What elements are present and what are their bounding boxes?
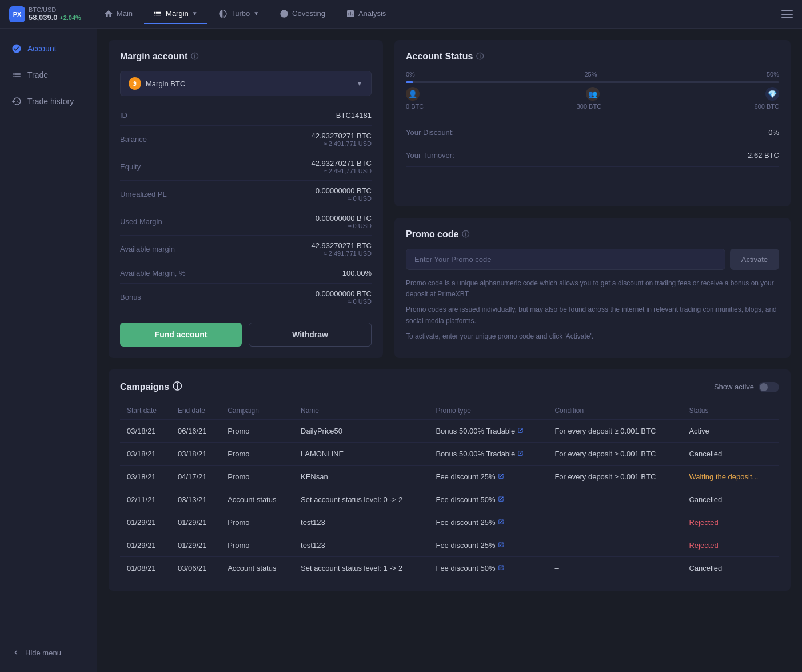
cell-name: test123 xyxy=(294,534,429,557)
margin-chevron-icon: ▼ xyxy=(192,10,198,17)
cell-campaign: Account status xyxy=(221,557,294,580)
cell-name: Set account status level: 1 -> 2 xyxy=(294,557,429,580)
progress-amount-0: 0 BTC xyxy=(406,103,424,110)
discount-row: Your Discount: 0% xyxy=(406,121,779,144)
logo[interactable]: PX BTC/USD 58,039.0 +2.04% xyxy=(9,6,81,22)
progress-icon-level2: 💎 xyxy=(765,87,779,101)
nav-turbo[interactable]: Turbo ▼ xyxy=(209,5,268,24)
account-status-title: Account Status xyxy=(406,51,473,62)
account-status-card: Account Status ⓘ 0% 25% 50% xyxy=(394,40,791,206)
main-content: Margin account ⓘ ₿ Margin BTC ▼ ID BTC14… xyxy=(97,29,802,672)
sidebar-item-trade[interactable]: Trade xyxy=(0,62,97,88)
cell-promo-type: Fee discount 25% xyxy=(429,466,548,488)
field-used-margin: Used Margin 0.00000000 BTC ≈ 0 USD xyxy=(120,208,372,236)
cell-campaign: Promo xyxy=(221,443,294,466)
account-status-info-icon[interactable]: ⓘ xyxy=(476,51,484,62)
margin-account-info-icon[interactable]: ⓘ xyxy=(191,51,198,62)
table-header-row: Start date End date Campaign Name Promo … xyxy=(120,402,779,420)
show-active-toggle-switch[interactable] xyxy=(759,382,779,392)
campaigns-header: Campaigns ⓘ Show active xyxy=(120,381,779,393)
cell-end: 03/13/21 xyxy=(171,488,221,511)
progress-amount-300: 300 BTC xyxy=(577,103,601,110)
logo-icon: PX xyxy=(9,6,25,22)
cell-start: 01/29/21 xyxy=(120,534,171,557)
cell-campaign: Promo xyxy=(221,466,294,488)
campaigns-table: Start date End date Campaign Name Promo … xyxy=(120,402,779,579)
table-row: 03/18/21 04/17/21 Promo KENsan Fee disco… xyxy=(120,466,779,488)
col-condition: Condition xyxy=(548,402,682,420)
hamburger-icon[interactable] xyxy=(781,10,793,18)
table-row: 02/11/21 03/13/21 Account status Set acc… xyxy=(120,488,779,511)
col-status: Status xyxy=(682,402,779,420)
cell-end: 03/18/21 xyxy=(171,443,221,466)
cell-name: Set account status level: 0 -> 2 xyxy=(294,488,429,511)
progress-label-50pct: 50% xyxy=(767,71,779,78)
level0-icon: 👤 xyxy=(406,87,420,101)
btc-price: 58,039.0 +2.04% xyxy=(29,13,81,22)
col-campaign: Campaign xyxy=(221,402,294,420)
campaigns-section: Campaigns ⓘ Show active Start date End d… xyxy=(109,369,791,591)
table-row: 01/29/21 01/29/21 Promo test123 Fee disc… xyxy=(120,534,779,557)
field-available-margin-pct: Available Margin, % 100.00% xyxy=(120,263,372,284)
table-row: 03/18/21 06/16/21 Promo DailyPrice50 Bon… xyxy=(120,420,779,443)
nav-covesting[interactable]: Covesting xyxy=(270,5,334,24)
progress-icon-level1: 👥 xyxy=(586,87,600,101)
promo-code-input[interactable] xyxy=(406,249,725,270)
cell-campaign: Promo xyxy=(221,511,294,534)
btc-info: BTC/USD 58,039.0 +2.04% xyxy=(29,6,81,22)
progress-icon-level0: 👤 xyxy=(406,87,420,101)
cell-start: 01/08/21 xyxy=(120,557,171,580)
cell-end: 06/16/21 xyxy=(171,420,221,443)
col-start-date: Start date xyxy=(120,402,171,420)
account-selector-label: Margin BTC xyxy=(146,79,185,88)
cell-start: 03/18/21 xyxy=(120,420,171,443)
sidebar-item-trade-history[interactable]: Trade history xyxy=(0,88,97,114)
cell-campaign: Account status xyxy=(221,488,294,511)
nav-right xyxy=(781,10,793,18)
show-active-toggle[interactable]: Show active xyxy=(714,382,779,392)
margin-account-card: Margin account ⓘ ₿ Margin BTC ▼ ID BTC14… xyxy=(109,40,383,358)
field-unrealized: Unrealized PL 0.00000000 BTC ≈ 0 USD xyxy=(120,181,372,208)
cell-campaign: Promo xyxy=(221,534,294,557)
cell-name: KENsan xyxy=(294,466,429,488)
progress-fill xyxy=(406,81,413,83)
fund-account-button[interactable]: Fund account xyxy=(120,323,242,347)
campaigns-title: Campaigns ⓘ xyxy=(120,381,182,393)
cell-condition: – xyxy=(548,488,682,511)
sidebar-item-trade-history-label: Trade history xyxy=(27,97,74,106)
table-row: 01/29/21 01/29/21 Promo test123 Fee disc… xyxy=(120,511,779,534)
table-row: 01/08/21 03/06/21 Account status Set acc… xyxy=(120,557,779,580)
withdraw-button[interactable]: Withdraw xyxy=(249,323,372,347)
col-end-date: End date xyxy=(171,402,221,420)
cell-end: 01/29/21 xyxy=(171,511,221,534)
svg-point-0 xyxy=(280,10,288,17)
btc-change: +2.04% xyxy=(59,14,81,21)
cell-promo-type: Bonus 50.00% Tradable xyxy=(429,420,548,443)
btc-pair: BTC/USD xyxy=(29,6,81,13)
nav-items: Main Margin ▼ Turbo ▼ Covesting Analysis xyxy=(95,5,781,24)
hide-menu-button[interactable]: Hide menu xyxy=(0,640,97,665)
cell-start: 01/29/21 xyxy=(120,511,171,534)
cell-status: Rejected xyxy=(682,511,779,534)
field-equity: Equity 42.93270271 BTC ≈ 2,491,771 USD xyxy=(120,153,372,181)
top-navigation: PX BTC/USD 58,039.0 +2.04% Main Margin ▼ xyxy=(0,0,802,29)
sidebar-item-account[interactable]: Account xyxy=(0,35,97,62)
account-selector[interactable]: ₿ Margin BTC ▼ xyxy=(120,71,372,96)
nav-main[interactable]: Main xyxy=(95,5,142,24)
nav-analysis[interactable]: Analysis xyxy=(337,5,395,24)
cell-condition: For every deposit ≥ 0.001 BTC xyxy=(548,443,682,466)
promo-description: Promo code is a unique alphanumeric code… xyxy=(406,278,779,342)
cell-promo-type: Fee discount 50% xyxy=(429,557,548,580)
field-balance: Balance 42.93270271 BTC ≈ 2,491,771 USD xyxy=(120,126,372,153)
cell-status: Waiting the deposit... xyxy=(682,466,779,488)
field-bonus: Bonus 0.00000000 BTC ≈ 0 USD xyxy=(120,284,372,311)
turbo-chevron-icon: ▼ xyxy=(253,10,259,17)
activate-button[interactable]: Activate xyxy=(730,249,779,270)
cell-condition: For every deposit ≥ 0.001 BTC xyxy=(548,466,682,488)
nav-margin[interactable]: Margin ▼ xyxy=(144,5,207,24)
toggle-knob xyxy=(760,383,768,391)
promo-code-info-icon[interactable]: ⓘ xyxy=(462,229,469,240)
promo-input-row: Activate xyxy=(406,249,779,270)
promo-code-title: Promo code xyxy=(406,229,458,240)
campaigns-info-icon[interactable]: ⓘ xyxy=(173,381,182,393)
